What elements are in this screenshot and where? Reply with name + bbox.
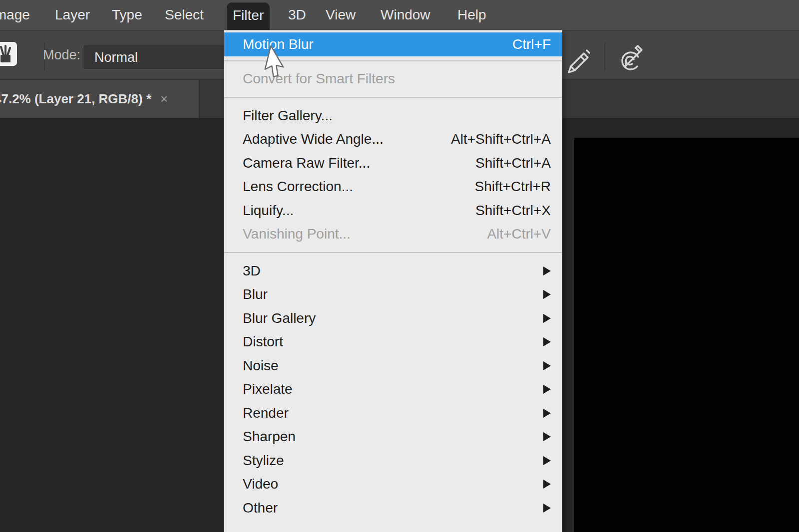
menubar-item-3d[interactable]: 3D bbox=[282, 0, 312, 30]
menu-item-shortcut: Shift+Ctrl+X bbox=[475, 203, 551, 219]
menu-item-blur-gallery[interactable]: Blur Gallery bbox=[224, 306, 562, 330]
menu-item-other[interactable]: Other bbox=[224, 496, 562, 520]
menu-item-label: Render bbox=[243, 405, 289, 421]
menu-item-render[interactable]: Render bbox=[224, 401, 562, 425]
menu-item-stylize[interactable]: Stylize bbox=[224, 449, 562, 473]
menu-item-adaptive-wide-angle[interactable]: Adaptive Wide Angle...Alt+Shift+Ctrl+A bbox=[224, 128, 562, 152]
menu-item-label: Video bbox=[243, 476, 278, 492]
document-tab[interactable]: 47.2% (Layer 21, RGB/8) * × bbox=[0, 80, 200, 118]
menu-item-video[interactable]: Video bbox=[224, 473, 562, 497]
menu-item-label: Camera Raw Filter... bbox=[243, 155, 370, 171]
submenu-arrow-icon bbox=[543, 290, 551, 299]
submenu-arrow-icon bbox=[543, 456, 551, 465]
menu-item-blur[interactable]: Blur bbox=[224, 283, 562, 307]
mode-value: Normal bbox=[94, 50, 138, 65]
menu-item-label: Blur bbox=[243, 286, 268, 302]
menubar-item-image[interactable]: Image bbox=[0, 0, 36, 30]
menu-item-shortcut: Alt+Ctrl+V bbox=[487, 226, 551, 242]
menu-item-vanishing-point: Vanishing Point...Alt+Ctrl+V bbox=[224, 223, 562, 247]
menu-item-liquify[interactable]: Liquify...Shift+Ctrl+X bbox=[224, 199, 562, 223]
filter-menu: Motion BlurCtrl+FConvert for Smart Filte… bbox=[224, 30, 562, 532]
menu-item-label: Blur Gallery bbox=[243, 310, 316, 326]
image-canvas[interactable] bbox=[574, 138, 799, 532]
menu-item-distort[interactable]: Distort bbox=[224, 330, 562, 354]
menu-item-shortcut: Shift+Ctrl+A bbox=[475, 155, 551, 171]
submenu-arrow-icon bbox=[543, 504, 551, 513]
menu-bar: ImageLayerTypeSelectFilter3DViewWindowHe… bbox=[0, 0, 799, 31]
menu-item-label: Distort bbox=[243, 334, 283, 350]
pressure-size-icon[interactable] bbox=[617, 44, 646, 77]
submenu-arrow-icon bbox=[543, 480, 551, 489]
options-divider bbox=[604, 43, 605, 71]
menu-item-label: Filter Gallery... bbox=[243, 108, 333, 124]
submenu-arrow-icon bbox=[543, 385, 551, 394]
menu-item-lens-correction[interactable]: Lens Correction...Shift+Ctrl+R bbox=[224, 175, 562, 199]
submenu-arrow-icon bbox=[543, 337, 551, 346]
menu-item-shortcut: Shift+Ctrl+R bbox=[475, 179, 551, 195]
menu-item-label: Adaptive Wide Angle... bbox=[243, 131, 384, 147]
menubar-item-filter[interactable]: Filter bbox=[227, 2, 270, 30]
tab-close-icon[interactable]: × bbox=[160, 92, 168, 105]
menu-item-3d[interactable]: 3D bbox=[224, 259, 562, 283]
menubar-item-view[interactable]: View bbox=[320, 0, 362, 30]
menu-item-label: Stylize bbox=[243, 453, 284, 469]
menu-item-label: Lens Correction... bbox=[243, 179, 353, 195]
menu-item-camera-raw-filter[interactable]: Camera Raw Filter...Shift+Ctrl+A bbox=[224, 151, 562, 175]
menu-item-shortcut: Ctrl+F bbox=[512, 36, 551, 52]
submenu-arrow-icon bbox=[543, 266, 551, 275]
menu-item-noise[interactable]: Noise bbox=[224, 354, 562, 378]
menu-item-label: Liquify... bbox=[243, 203, 294, 219]
menubar-item-select[interactable]: Select bbox=[159, 0, 210, 30]
submenu-arrow-icon bbox=[543, 314, 551, 323]
airbrush-icon[interactable] bbox=[566, 46, 593, 79]
menu-item-label: 3D bbox=[243, 263, 261, 279]
mode-label: Mode: bbox=[43, 31, 80, 79]
submenu-arrow-icon bbox=[543, 361, 551, 370]
document-tab-title: 47.2% (Layer 21, RGB/8) * bbox=[0, 91, 151, 107]
menu-item-shortcut: Alt+Shift+Ctrl+A bbox=[451, 131, 551, 147]
menu-item-label: Sharpen bbox=[243, 429, 296, 445]
menubar-item-help[interactable]: Help bbox=[451, 0, 492, 30]
submenu-arrow-icon bbox=[543, 432, 551, 441]
menu-item-filter-gallery[interactable]: Filter Gallery... bbox=[224, 104, 562, 128]
menu-item-label: Pixelate bbox=[243, 381, 293, 397]
mode-select[interactable]: Normal bbox=[83, 44, 233, 70]
menu-item-label: Other bbox=[243, 500, 278, 516]
menu-item-label: Vanishing Point... bbox=[243, 226, 351, 242]
menu-item-label: Noise bbox=[243, 358, 279, 374]
menubar-item-layer[interactable]: Layer bbox=[49, 0, 96, 30]
submenu-arrow-icon bbox=[543, 409, 551, 418]
menu-item-pixelate[interactable]: Pixelate bbox=[224, 378, 562, 402]
menubar-item-window[interactable]: Window bbox=[375, 0, 436, 30]
menu-item-sharpen[interactable]: Sharpen bbox=[224, 425, 562, 449]
mixer-brush-tool-preset-icon[interactable] bbox=[0, 42, 17, 66]
menubar-item-type[interactable]: Type bbox=[106, 0, 148, 30]
